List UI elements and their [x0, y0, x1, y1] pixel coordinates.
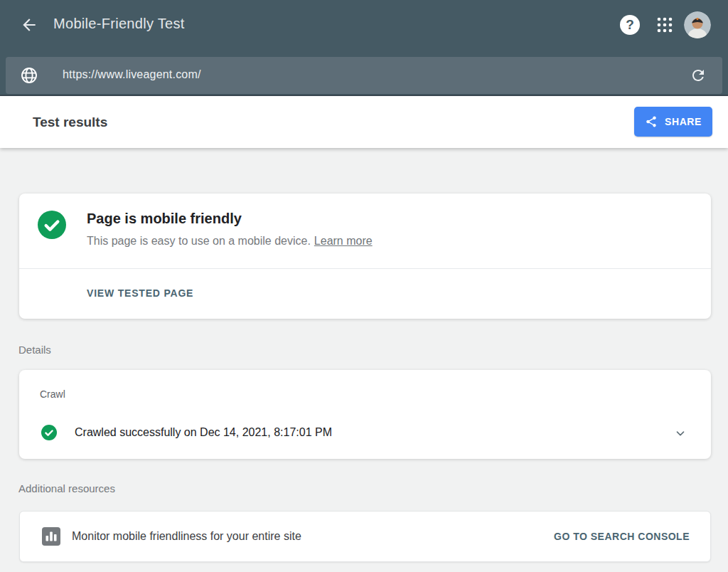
- resources-card: Monitor mobile friendliness for your ent…: [19, 511, 711, 562]
- result-card-footer: VIEW TESTED PAGE: [19, 269, 711, 318]
- share-button[interactable]: SHARE: [634, 107, 712, 137]
- refresh-icon[interactable]: [690, 67, 707, 84]
- result-card: Page is mobile friendly This page is eas…: [19, 194, 711, 319]
- crawl-status-text: Crawled successfully on Dec 14, 2021, 8:…: [75, 426, 332, 439]
- share-button-label: SHARE: [665, 116, 702, 127]
- learn-more-link[interactable]: Learn more: [314, 235, 373, 247]
- crawl-card: Crawl Crawled successfully on Dec 14, 20…: [19, 370, 711, 459]
- go-to-search-console-button[interactable]: GO TO SEARCH CONSOLE: [554, 512, 690, 561]
- resources-section-label: Additional resources: [18, 482, 115, 494]
- user-avatar[interactable]: [684, 11, 711, 38]
- url-strip: https://www.liveagent.com/: [0, 48, 728, 96]
- share-icon: [645, 115, 658, 128]
- help-icon[interactable]: ?: [620, 15, 640, 35]
- url-input[interactable]: https://www.liveagent.com/: [63, 68, 201, 81]
- crawl-card-title: Crawl: [40, 388, 65, 400]
- mobile-friendly-test-app: Mobile-Friendly Test ?: [0, 0, 728, 572]
- globe-icon: [20, 66, 38, 85]
- chevron-down-icon[interactable]: [674, 427, 687, 440]
- result-subtitle-text: This page is easy to use on a mobile dev…: [87, 235, 311, 247]
- apps-grid-icon[interactable]: [656, 16, 673, 33]
- view-tested-page-button[interactable]: VIEW TESTED PAGE: [87, 269, 193, 318]
- success-check-icon: [38, 211, 66, 239]
- bar-chart-icon: [42, 527, 60, 546]
- page-title: Test results: [33, 96, 107, 148]
- back-arrow-icon[interactable]: [20, 16, 38, 34]
- url-field[interactable]: https://www.liveagent.com/: [6, 57, 722, 94]
- result-title: Page is mobile friendly: [87, 211, 242, 227]
- details-section-label: Details: [18, 344, 51, 356]
- crawl-success-check-icon: [41, 425, 57, 440]
- app-header: Mobile-Friendly Test ?: [0, 0, 728, 48]
- avatar-image: [684, 11, 711, 38]
- result-subtitle: This page is easy to use on a mobile dev…: [87, 235, 373, 248]
- results-header-bar: Test results SHARE: [0, 96, 728, 148]
- app-title: Mobile-Friendly Test: [53, 16, 185, 32]
- result-card-body: Page is mobile friendly This page is eas…: [19, 194, 711, 269]
- resources-item-text: Monitor mobile friendliness for your ent…: [72, 512, 301, 561]
